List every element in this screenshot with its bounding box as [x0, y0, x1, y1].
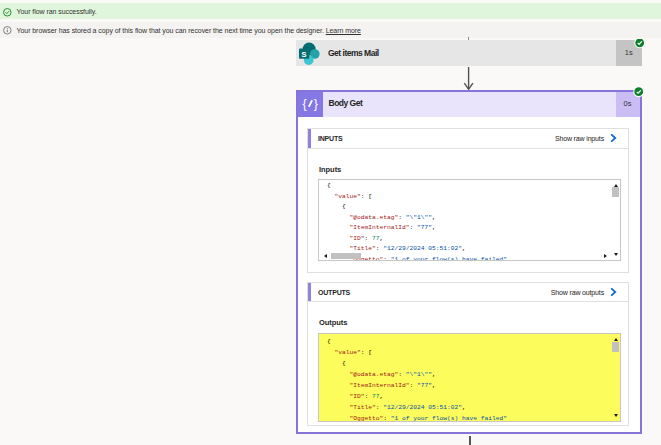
svg-text:{: { — [303, 97, 307, 111]
svg-text:S: S — [302, 49, 307, 58]
svg-text:}: } — [314, 97, 318, 111]
